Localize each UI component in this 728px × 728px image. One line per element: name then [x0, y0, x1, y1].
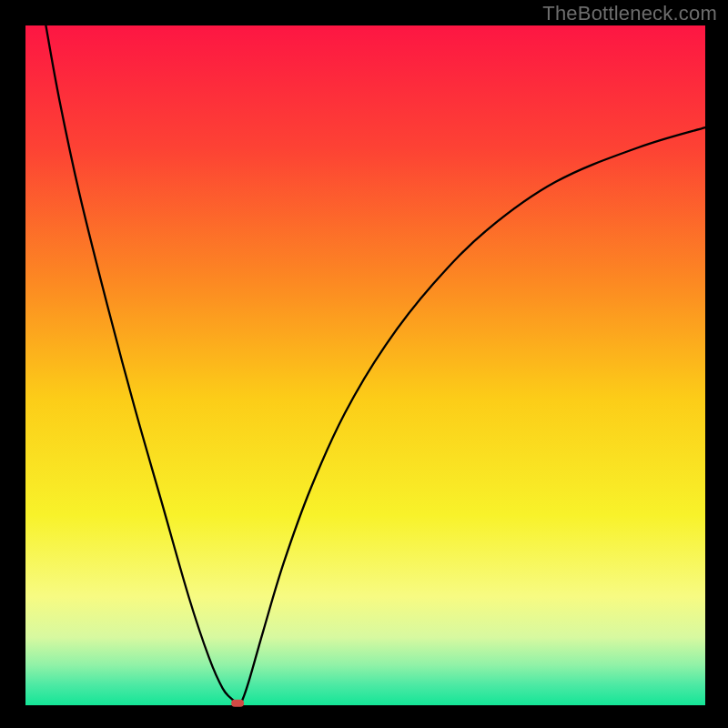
- watermark-text: TheBottleneck.com: [542, 2, 717, 25]
- chart-frame: TheBottleneck.com: [0, 0, 728, 728]
- plot-background: [25, 25, 705, 705]
- bottleneck-chart: [0, 0, 728, 728]
- optimum-marker: [231, 700, 244, 707]
